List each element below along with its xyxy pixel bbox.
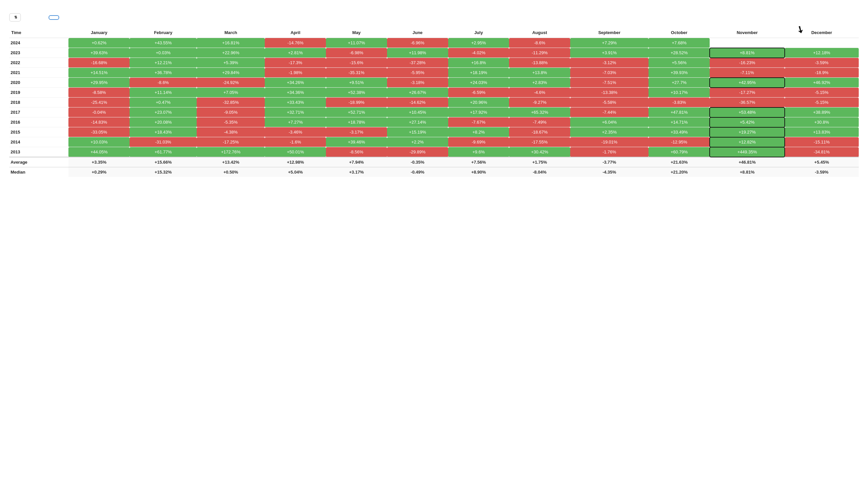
col-header-february: February: [130, 27, 197, 38]
data-cell: +18.78%: [326, 117, 387, 127]
footer-cell: +0.29%: [68, 167, 130, 177]
table-row: 2023+39.63%+0.03%+22.96%+2.81%-6.98%+11.…: [9, 48, 859, 58]
data-cell: +39.93%: [649, 68, 710, 78]
data-cell: -34.81%: [785, 147, 859, 157]
data-cell: +2.35%: [570, 127, 649, 137]
col-header-november: November: [710, 27, 784, 38]
data-cell: +39.46%: [326, 137, 387, 147]
footer-cell: +15.66%: [130, 157, 197, 167]
data-cell: +43.55%: [130, 38, 197, 48]
data-cell: +14.71%: [649, 117, 710, 127]
data-cell: +17.92%: [448, 108, 509, 117]
data-cell: +7.05%: [197, 88, 265, 97]
data-cell: -5.35%: [197, 117, 265, 127]
data-cell: +20.96%: [448, 97, 509, 108]
data-cell: -9.69%: [448, 137, 509, 147]
footer-cell: -3.77%: [570, 157, 649, 167]
col-header-march: March: [197, 27, 265, 38]
data-cell: +16.8%: [448, 58, 509, 68]
data-cell: +9.6%: [448, 147, 509, 157]
data-cell: -3.17%: [326, 127, 387, 137]
footer-row: Median+0.29%+15.32%+0.50%+5.04%+3.17%-0.…: [9, 167, 859, 177]
footer-cell: -4.35%: [570, 167, 649, 177]
data-cell: +50.01%: [265, 147, 326, 157]
table-row: 2021+14.51%+36.78%+29.84%-1.98%-35.31%-5…: [9, 68, 859, 78]
footer-cell: +0.50%: [197, 167, 265, 177]
data-cell: +18.19%: [448, 68, 509, 78]
data-cell: +2.2%: [387, 137, 448, 147]
year-cell: 2014: [9, 137, 68, 147]
footer-cell: -0.49%: [387, 167, 448, 177]
data-cell: -5.95%: [387, 68, 448, 78]
data-cell: -18.9%: [785, 68, 859, 78]
data-cell: +34.26%: [265, 78, 326, 88]
data-cell: +8.81%: [710, 48, 784, 58]
year-cell: 2017: [9, 108, 68, 117]
data-cell: +30.42%: [509, 147, 570, 157]
tab-monthly[interactable]: [49, 15, 59, 20]
data-cell: +2.95%: [448, 38, 509, 48]
table-row: 2018-25.41%+0.47%-32.85%+33.43%-18.99%-1…: [9, 97, 859, 108]
year-cell: 2016: [9, 117, 68, 127]
data-cell: +12.21%: [130, 58, 197, 68]
data-cell: -32.85%: [197, 97, 265, 108]
data-cell: -37.28%: [387, 58, 448, 68]
year-cell: 2021: [9, 68, 68, 78]
data-cell: -6.96%: [387, 38, 448, 48]
data-cell: +65.32%: [509, 108, 570, 117]
data-cell: -15.6%: [326, 58, 387, 68]
data-cell: -8.56%: [326, 147, 387, 157]
table-row: 2013+44.05%+61.77%+172.76%+50.01%-8.56%-…: [9, 147, 859, 157]
data-cell: +46.92%: [785, 78, 859, 88]
data-cell: +26.67%: [387, 88, 448, 97]
footer-cell: +8.90%: [448, 167, 509, 177]
data-cell: -24.92%: [197, 78, 265, 88]
data-cell: -3.18%: [387, 78, 448, 88]
data-cell: -14.83%: [68, 117, 130, 127]
footer-row: Average+3.35%+15.66%+13.42%+12.98%+7.94%…: [9, 157, 859, 167]
data-cell: -29.89%: [387, 147, 448, 157]
year-cell: 2018: [9, 97, 68, 108]
data-cell: [785, 38, 859, 48]
tab-weekly[interactable]: [36, 16, 46, 20]
data-cell: +22.96%: [197, 48, 265, 58]
data-cell: [710, 38, 784, 48]
data-cell: +13.83%: [785, 127, 859, 137]
data-cell: +38.89%: [785, 108, 859, 117]
footer-cell: +5.45%: [785, 157, 859, 167]
footer-cell: +8.81%: [710, 167, 784, 177]
tab-daily[interactable]: [24, 16, 33, 20]
footer-cell: -3.59%: [785, 167, 859, 177]
footer-cell: +13.42%: [197, 157, 265, 167]
year-cell: 2019: [9, 88, 68, 97]
data-cell: +0.47%: [130, 97, 197, 108]
data-cell: -18.99%: [326, 97, 387, 108]
data-cell: -3.46%: [265, 127, 326, 137]
tab-quarterly[interactable]: [62, 16, 72, 20]
asset-selector[interactable]: ⇅: [9, 13, 21, 22]
data-cell: -16.23%: [710, 58, 784, 68]
data-cell: -13.38%: [570, 88, 649, 97]
data-cell: +44.05%: [68, 147, 130, 157]
data-cell: +2.83%: [509, 78, 570, 88]
data-cell: +11.98%: [387, 48, 448, 58]
col-header-september: September: [570, 27, 649, 38]
data-cell: +5.39%: [197, 58, 265, 68]
data-cell: -1.6%: [265, 137, 326, 147]
data-cell: +10.03%: [68, 137, 130, 147]
data-cell: +36.78%: [130, 68, 197, 78]
data-cell: +6.04%: [570, 117, 649, 127]
footer-label: Median: [9, 167, 68, 177]
footer-cell: +7.56%: [448, 157, 509, 167]
data-cell: -31.03%: [130, 137, 197, 147]
data-cell: +52.38%: [326, 88, 387, 97]
col-header-may: May: [326, 27, 387, 38]
data-cell: -3.59%: [785, 58, 859, 68]
data-cell: +30.8%: [785, 117, 859, 127]
footer-cell: -8.04%: [509, 167, 570, 177]
data-cell: -14.76%: [265, 38, 326, 48]
data-cell: -1.76%: [570, 147, 649, 157]
footer-cell: -0.35%: [387, 157, 448, 167]
col-header-june: June: [387, 27, 448, 38]
toolbar: ⇅: [9, 13, 859, 22]
